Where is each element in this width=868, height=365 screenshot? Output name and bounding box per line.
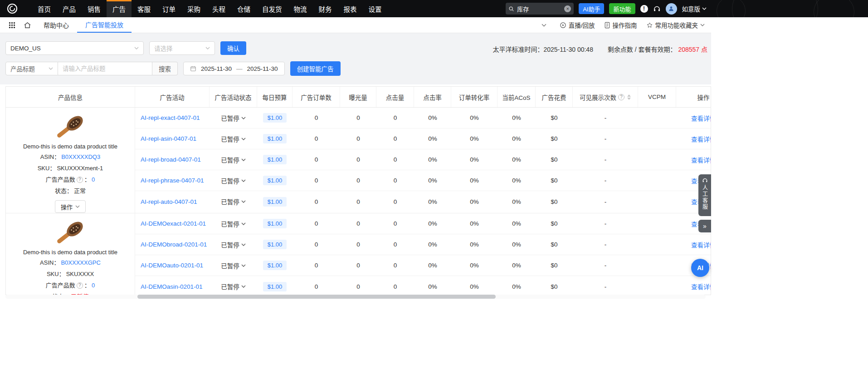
chevron-down-icon — [75, 205, 80, 208]
view-details-link[interactable]: 查看详情 — [691, 134, 711, 143]
campaign-link[interactable]: AI-DEMOauto-0201-01 — [141, 262, 203, 269]
campaign-status-dropdown[interactable]: 已暂停 — [210, 191, 257, 212]
help-icon[interactable]: ? — [77, 282, 83, 289]
collapse-tabs-button[interactable] — [537, 24, 551, 27]
campaign-status-dropdown[interactable]: 已暂停 — [210, 128, 257, 149]
campaign-link[interactable]: AI-DEMObroad-0201-01 — [141, 241, 207, 248]
type-select[interactable]: 请选择 — [149, 41, 215, 55]
daily-budget-value[interactable]: $1.00 — [263, 219, 287, 228]
campaign-status-dropdown[interactable]: 已暂停 — [210, 108, 257, 128]
date-end[interactable]: 2025-11-30 — [247, 65, 278, 72]
info-icon[interactable]: ! — [640, 5, 648, 13]
home-button[interactable] — [20, 17, 35, 33]
daily-budget-value[interactable]: $1.00 — [263, 155, 287, 164]
product-asin-link[interactable]: B0XXXXXGPC — [61, 258, 100, 268]
acos-value: 0% — [512, 198, 521, 205]
ad-product-count-value[interactable]: 0 — [92, 281, 95, 291]
ad-spend-value: $0 — [551, 198, 557, 205]
product-action-button[interactable]: 操作 — [55, 200, 86, 213]
date-range-picker[interactable]: 2025-11-30 — 2025-11-30 — [183, 62, 285, 75]
header-product-info: 产品信息 — [6, 87, 135, 107]
ai-fab-button[interactable]: AI — [691, 259, 709, 277]
menu-item-product[interactable]: 产品 — [57, 0, 82, 17]
favorites-link[interactable]: 常用功能收藏夹 — [646, 20, 705, 30]
clear-search-icon[interactable]: × — [564, 5, 571, 12]
headset-icon[interactable] — [653, 5, 661, 13]
menu-item-customer-service[interactable]: 客服 — [132, 0, 156, 17]
daily-budget-value[interactable]: $1.00 — [263, 197, 287, 207]
chevron-down-icon — [241, 222, 246, 225]
search-value[interactable]: 库存 — [517, 5, 561, 13]
product-status: 正常 — [74, 186, 86, 196]
help-icon[interactable]: ? — [77, 177, 83, 183]
menu-item-settings[interactable]: 设置 — [363, 0, 388, 17]
view-details-link[interactable]: 查看详情 — [691, 113, 711, 123]
collapse-widget-button[interactable]: » — [698, 220, 711, 232]
daily-budget-value[interactable]: $1.00 — [263, 240, 287, 249]
campaign-status-dropdown[interactable]: 已暂停 — [210, 149, 257, 170]
header-label: 广告活动状态 — [215, 93, 252, 102]
daily-budget-value[interactable]: $1.00 — [263, 134, 287, 143]
campaign-link[interactable]: AI-repl-phrase-0407-01 — [141, 177, 204, 184]
ad-spend-value: $0 — [551, 114, 557, 121]
menu-item-warehouse[interactable]: 仓储 — [231, 0, 256, 17]
table-row: AI-DEMOasin-0201-01 已暂停 $1.00 0 0 0 0% 0… — [135, 276, 711, 295]
campaign-link[interactable]: AI-DEMOexact-0201-01 — [141, 220, 206, 227]
menu-item-orders[interactable]: 订单 — [156, 0, 181, 17]
product-asin-link[interactable]: B0XXXXXDQ3 — [61, 152, 100, 162]
menu-item-finance[interactable]: 财务 — [313, 0, 338, 17]
menu-item-sales[interactable]: 销售 — [82, 0, 107, 17]
search-button[interactable]: 搜索 — [152, 62, 178, 75]
tab-smart-ad-placement[interactable]: 广告智能投放 — [77, 17, 132, 33]
sort-icon[interactable] — [627, 94, 631, 100]
user-avatar[interactable] — [666, 3, 677, 15]
menu-item-advertising[interactable]: 广告 — [107, 0, 132, 17]
customer-service-widget[interactable]: 人工客服 — [698, 174, 711, 216]
tab-help-center[interactable]: 帮助中心 — [35, 17, 77, 33]
view-details-link[interactable]: 查看详情 — [691, 282, 711, 291]
menu-item-logistics[interactable]: 物流 — [288, 0, 313, 17]
create-smart-ad-button[interactable]: 创建智能广告 — [290, 61, 341, 76]
operation-guide-link[interactable]: 操作指南 — [604, 20, 637, 30]
ad-product-count-value[interactable]: 0 — [92, 175, 95, 185]
campaign-link[interactable]: AI-DEMOasin-0201-01 — [141, 283, 203, 290]
shop-select[interactable]: DEMO_US — [5, 41, 144, 55]
daily-budget-value[interactable]: $1.00 — [263, 282, 287, 291]
daily-budget-value[interactable]: $1.00 — [263, 261, 287, 270]
date-start[interactable]: 2025-11-30 — [201, 65, 232, 72]
view-details-link[interactable]: 查看详情 — [691, 240, 711, 249]
menu-item-home[interactable]: 首页 — [32, 0, 57, 17]
campaign-status-dropdown[interactable]: 已暂停 — [210, 255, 257, 276]
menu-item-reports[interactable]: 报表 — [338, 0, 363, 17]
ai-assistant-button[interactable]: AI助手 — [579, 3, 604, 14]
campaign-link[interactable]: AI-repl-broad-0407-01 — [141, 156, 201, 163]
campaign-status-dropdown[interactable]: 已暂停 — [210, 213, 257, 234]
ad-orders-value: 0 — [315, 262, 318, 269]
live-replay-link[interactable]: 直播/回放 — [560, 20, 595, 30]
menu-item-first-leg[interactable]: 头程 — [206, 0, 231, 17]
header-viewable-impressions[interactable]: 可见展示次数 ? — [573, 87, 638, 107]
campaign-status-dropdown[interactable]: 已暂停 — [210, 234, 257, 255]
help-icon[interactable]: ? — [618, 94, 624, 100]
horizontal-scrollbar-thumb[interactable] — [137, 295, 496, 299]
campaign-status-dropdown[interactable]: 已暂停 — [210, 170, 257, 191]
view-details-link[interactable]: 查看详情 — [691, 155, 711, 164]
global-search-input[interactable]: 库存 × — [506, 3, 574, 15]
menu-item-self-delivery[interactable]: 自发货 — [256, 0, 288, 17]
viewable-impressions-value: - — [605, 241, 607, 248]
daily-budget-value[interactable]: $1.00 — [263, 113, 287, 123]
version-switcher[interactable]: 如意版 — [682, 4, 707, 13]
search-field-select[interactable]: 产品标题 — [5, 62, 58, 75]
new-feature-button[interactable]: 新功能 — [609, 3, 635, 14]
app-logo[interactable] — [6, 3, 18, 15]
product-title-input[interactable] — [58, 62, 152, 75]
campaign-link[interactable]: AI-repl-auto-0407-01 — [141, 198, 197, 205]
menu-item-purchasing[interactable]: 采购 — [181, 0, 206, 17]
campaign-status-dropdown[interactable]: 已暂停 — [210, 276, 257, 295]
campaign-link[interactable]: AI-repl-exact-0407-01 — [141, 114, 200, 121]
daily-budget-value[interactable]: $1.00 — [263, 176, 287, 185]
campaign-link[interactable]: AI-repl-asin-0407-01 — [141, 135, 196, 142]
confirm-button[interactable]: 确认 — [220, 41, 246, 55]
apps-grid-button[interactable] — [5, 17, 20, 33]
header-ad-orders: 广告订单数 — [293, 87, 340, 107]
